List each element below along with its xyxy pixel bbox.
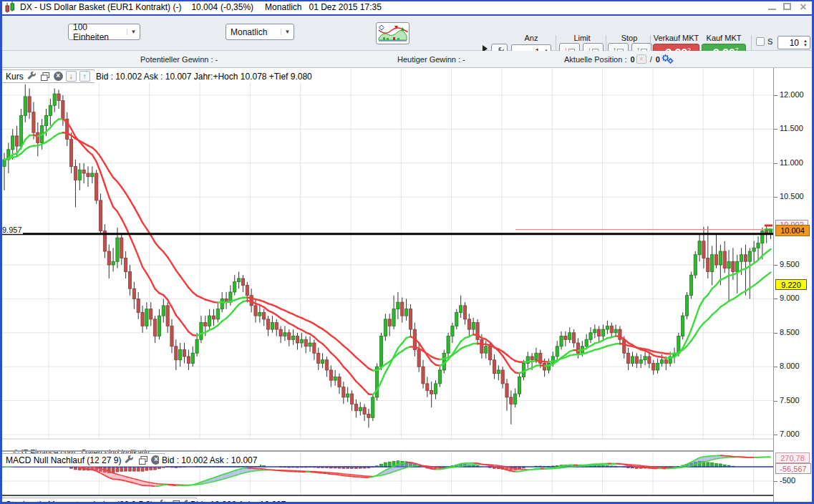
axis-tickmark — [774, 435, 777, 435]
info-row: Potentieller Gewinn : - Heutiger Gewinn … — [0, 51, 814, 68]
chevron-down-icon: ▼ — [281, 29, 294, 35]
stoch-panel-title: Stochastic Momentum Index (22 3 5 3) — [6, 500, 153, 504]
axis-tick-label: 11.000 — [780, 158, 803, 167]
axis-tick-label: 8.500 — [780, 328, 800, 336]
price-level-label: 9.957 — [1, 226, 23, 234]
price-panel-header: Kurs × ↓ ↑ — [1, 69, 95, 83]
maximize-button[interactable] — [783, 3, 791, 10]
macd-signal-marker: -56,567 — [775, 463, 811, 474]
axis-tickmark — [774, 129, 777, 130]
window-icon — [40, 72, 50, 82]
stop-loss-stepper[interactable]: 10 ▲▼ — [777, 36, 810, 49]
window-icon — [138, 455, 148, 465]
panel-settings-button[interactable] — [156, 499, 167, 504]
stop-loss-checkbox-label: S — [767, 37, 772, 46]
axis-tick-label: 9.500 — [780, 260, 800, 268]
macd-quote-text: Bid : 10.002 Ask : 10.007 — [159, 455, 260, 466]
axis-tickmark — [774, 401, 777, 402]
instrument-title: DX - US Dollar Basket (EUR1 Kontrakt) (-… — [20, 2, 181, 12]
macd-axis-tick: -500 — [780, 476, 795, 485]
title-bar: DX - US Dollar Basket (EUR1 Kontrakt) (-… — [0, 0, 814, 16]
mini-chart-icon — [377, 24, 408, 43]
panel-close-button[interactable]: × — [54, 72, 63, 81]
stoch-panel-header: Stochastic Momentum Index (22 3 5 3) × — [1, 498, 197, 504]
minimize-button[interactable] — [768, 3, 776, 10]
axis-tick-label: 8.000 — [780, 362, 800, 370]
panel-detach-button[interactable] — [170, 499, 180, 504]
axis-tick-label: 7.000 — [780, 430, 800, 438]
panel-settings-button[interactable] — [26, 71, 37, 82]
current-position-group: Aktuelle Position : 0 × / 0 — [564, 54, 674, 64]
price-axis[interactable]: 10.002 10.004 9.220 270,78 -56,567 -500 … — [773, 68, 812, 504]
stop-loss-value: 10 — [778, 38, 801, 48]
axis-tick-label: 9.000 — [780, 294, 800, 302]
position-pending-value: 0 — [656, 55, 660, 64]
app-window: DX - US Dollar Basket (EUR1 Kontrakt) (-… — [0, 0, 814, 504]
sell-arrow-button[interactable]: ↓ — [66, 71, 77, 82]
price-panel-title: Kurs — [6, 72, 24, 82]
stop-label: Stop — [609, 34, 650, 42]
close-button[interactable]: × — [798, 1, 808, 11]
wrench-icon — [157, 500, 166, 504]
macd-panel-title: MACD Null Nachlauf (12 27 9) — [6, 455, 121, 465]
axis-tickmark — [774, 197, 777, 198]
macd-panel-header: MACD Null Nachlauf (12 27 9) × — [1, 453, 165, 467]
limit-label: Limit — [560, 34, 604, 42]
timeframe-dropdown-value: Monatlich — [226, 27, 281, 37]
axis-tickmark — [774, 333, 777, 334]
axis-tickmark — [774, 265, 777, 266]
panel-detach-button[interactable] — [40, 71, 51, 82]
panel-separator[interactable] — [0, 450, 773, 452]
axis-tick-label: 12.000 — [780, 90, 804, 99]
units-dropdown-value: 100 Einheiten — [69, 22, 127, 42]
chart-type-button[interactable] — [376, 22, 410, 44]
panel-detach-button[interactable] — [137, 455, 148, 465]
axis-tick-label: 11.500 — [780, 124, 803, 132]
window-icon — [170, 500, 180, 504]
candlestick-app-icon — [4, 1, 16, 14]
main-chart-canvas[interactable] — [0, 68, 773, 452]
macd-axis-tickmark — [774, 481, 777, 482]
anz-label: Anz — [511, 34, 551, 42]
axis-tickmark — [774, 95, 777, 96]
timeframe-dropdown[interactable]: Monatlich ▼ — [226, 24, 294, 40]
title-change-percent: (-0,35%) — [221, 2, 253, 12]
panel-settings-button[interactable] — [124, 455, 135, 465]
buy-arrow-button[interactable]: ↑ — [79, 71, 90, 82]
stoch-quote-text: Bid : 10.002 Ask : 10.007 — [188, 499, 289, 504]
gears-settings-icon[interactable] — [662, 54, 674, 64]
axis-tickmark — [774, 367, 777, 367]
stepper-down-icon: ▼ — [803, 43, 808, 47]
sell-mkt-label: Verkauf MKT — [653, 34, 699, 42]
axis-tick-label: 7.500 — [780, 396, 800, 404]
macd-value-marker: 270,78 — [775, 452, 810, 463]
last-price-marker: 10.004 — [775, 225, 810, 236]
title-datetime: 01 Dez 2015 17:35 — [309, 2, 381, 12]
title-last-price: 10.004 — [191, 2, 218, 12]
potential-gain-label: Potentieller Gewinn : - — [140, 55, 218, 64]
stop-loss-checkbox[interactable] — [756, 37, 765, 46]
today-gain-label: Heutiger Gewinn : - — [397, 55, 465, 64]
position-separator: / — [648, 55, 654, 64]
chevron-down-icon: ▼ — [127, 29, 140, 35]
price-alert-marker: 9.220 — [775, 279, 807, 290]
title-timeframe: Monatlich — [265, 2, 301, 12]
units-dropdown[interactable]: 100 Einheiten ▼ — [68, 24, 140, 40]
position-open-value: 0 — [631, 55, 635, 64]
wrench-icon — [27, 72, 37, 81]
wrench-icon — [125, 455, 134, 465]
panel-separator[interactable] — [0, 495, 773, 496]
axis-tickmark — [774, 299, 777, 299]
toolbar: 100 Einheiten ▼ Monatlich ▼ — [0, 16, 814, 51]
axis-tick-label: 10.500 — [780, 192, 804, 200]
buy-mkt-label: Kauf MKT — [702, 34, 746, 42]
position-label: Aktuelle Position : — [564, 55, 629, 64]
price-quote-text: Bid : 10.002 Ask : 10.007 Jahr:+Hoch 10.… — [93, 71, 315, 82]
close-position-disabled-icon: × — [636, 54, 646, 64]
axis-tickmark — [774, 163, 777, 164]
